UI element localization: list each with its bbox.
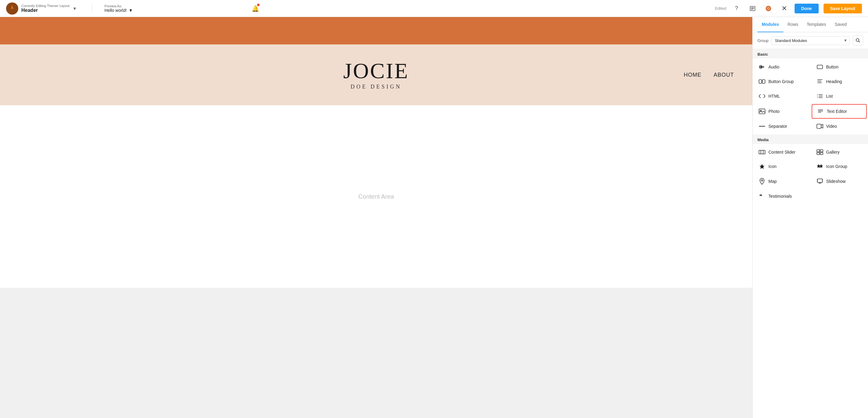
theme-button[interactable] <box>763 3 774 14</box>
testimonials-label: Testimonials <box>768 194 792 199</box>
audio-icon <box>759 64 765 70</box>
close-button[interactable]: ✕ <box>779 3 790 14</box>
tab-modules[interactable]: Modules <box>757 17 783 32</box>
editing-label: Currently Editing Themer Layout <box>21 4 69 8</box>
tab-templates[interactable]: Templates <box>803 17 831 32</box>
svg-rect-47 <box>817 179 822 182</box>
svg-rect-41 <box>817 152 819 154</box>
site-header-band <box>0 17 752 44</box>
module-testimonials[interactable]: ❝ Testimonials <box>754 189 809 203</box>
module-button-group[interactable]: Button Group <box>754 75 809 88</box>
photo-label: Photo <box>768 109 780 114</box>
slideshow-icon <box>816 179 823 184</box>
photo-icon <box>759 109 765 114</box>
module-list: Basic <box>752 49 868 418</box>
content-slider-label: Content Slider <box>768 150 796 154</box>
svg-point-13 <box>856 39 859 41</box>
svg-rect-19 <box>762 80 765 83</box>
svg-point-4 <box>10 7 11 8</box>
content-area-label: Content Area <box>359 193 394 200</box>
svg-rect-18 <box>759 80 762 83</box>
edited-status: Edited <box>715 6 726 11</box>
svg-point-46 <box>762 180 763 181</box>
notification-dot <box>257 4 259 6</box>
history-button[interactable] <box>747 3 758 14</box>
heading-icon <box>816 78 823 84</box>
svg-rect-40 <box>820 150 823 152</box>
module-button[interactable]: Button <box>812 60 867 74</box>
button-group-icon <box>759 79 765 84</box>
notifications-button[interactable]: 🔔 <box>250 3 261 14</box>
svg-rect-39 <box>817 150 819 152</box>
module-separator[interactable]: Separator <box>754 120 809 133</box>
basic-modules-grid: Audio Button Button Gro <box>752 59 868 135</box>
module-content-slider[interactable]: Content Slider <box>754 146 809 159</box>
save-button[interactable]: Save Layout <box>824 4 862 13</box>
button-group-label: Button Group <box>768 79 794 84</box>
preview-value: Hello world! ▼ <box>104 8 133 13</box>
section-media-header: Media <box>752 135 868 144</box>
module-heading[interactable]: Heading <box>812 75 867 88</box>
group-select[interactable]: Standard Modules WooCommerce <box>771 36 850 45</box>
page-title-dropdown[interactable]: ▼ <box>72 6 77 11</box>
site-header-content: JOCIE DOE DESIGN HOME ABOUT <box>0 44 752 105</box>
preview-label: Preview As: <box>104 4 133 8</box>
svg-rect-35 <box>817 124 821 128</box>
module-slideshow[interactable]: Slideshow <box>812 174 867 188</box>
icon-module-label: Icon <box>768 164 776 169</box>
help-button[interactable]: ? <box>731 3 742 14</box>
group-label: Group <box>757 38 768 43</box>
module-video[interactable]: Video <box>812 120 867 133</box>
toolbar-title-area: Currently Editing Themer Layout Header <box>21 4 69 13</box>
site-logo-area: JOCIE DOE DESIGN <box>343 60 409 90</box>
separator-icon <box>759 125 765 128</box>
module-list[interactable]: List <box>812 90 867 103</box>
site-nav: HOME ABOUT <box>684 72 734 78</box>
svg-rect-29 <box>759 109 765 114</box>
content-area: Content Area <box>0 105 752 288</box>
text-editor-icon <box>817 108 824 114</box>
search-button[interactable] <box>853 35 863 46</box>
panel-tabs: Modules Rows Templates Saved <box>752 17 868 32</box>
button-icon <box>816 65 823 69</box>
right-panel: Modules Rows Templates Saved Group Stand… <box>752 17 868 418</box>
module-icon-group[interactable]: Icon Group <box>812 160 867 173</box>
module-icon[interactable]: Icon <box>754 160 809 173</box>
tab-saved[interactable]: Saved <box>831 17 851 32</box>
icon-group-icon <box>816 163 823 169</box>
svg-text:❝: ❝ <box>759 193 762 199</box>
map-icon <box>759 178 765 185</box>
svg-marker-45 <box>819 164 823 168</box>
module-audio[interactable]: Audio <box>754 60 809 74</box>
module-map[interactable]: Map <box>754 174 809 188</box>
tab-rows[interactable]: Rows <box>783 17 803 32</box>
panel-search-row: Group Standard Modules WooCommerce ▼ <box>752 32 868 49</box>
module-photo[interactable]: Photo <box>754 104 809 119</box>
svg-point-5 <box>13 7 14 8</box>
group-select-wrapper: Standard Modules WooCommerce ▼ <box>771 36 850 45</box>
svg-marker-43 <box>760 164 765 169</box>
button-label: Button <box>826 65 838 69</box>
preview-area: Preview As: Hello world! ▼ <box>92 4 133 13</box>
testimonials-icon: ❝ <box>759 193 765 199</box>
module-gallery[interactable]: Gallery <box>812 146 867 159</box>
map-label: Map <box>768 179 777 184</box>
preview-dropdown-arrow[interactable]: ▼ <box>128 8 133 13</box>
module-text-editor[interactable]: Text Editor <box>812 104 867 119</box>
toolbar-right: Edited ? ✕ Done Save Layout <box>715 3 862 14</box>
svg-rect-42 <box>820 152 823 154</box>
app-logo <box>6 2 18 14</box>
html-icon <box>759 94 765 99</box>
site-tagline: DOE DESIGN <box>343 84 409 90</box>
toolbar-left: Currently Editing Themer Layout Header ▼… <box>6 2 715 14</box>
icon-module-icon <box>759 163 765 169</box>
svg-rect-17 <box>817 65 823 69</box>
module-html[interactable]: HTML <box>754 90 809 103</box>
video-icon <box>816 124 823 129</box>
svg-point-12 <box>768 8 769 9</box>
site-title: JOCIE <box>343 60 409 82</box>
gallery-icon <box>816 149 823 155</box>
nav-home[interactable]: HOME <box>684 72 702 78</box>
nav-about[interactable]: ABOUT <box>714 72 734 78</box>
done-button[interactable]: Done <box>795 4 819 13</box>
